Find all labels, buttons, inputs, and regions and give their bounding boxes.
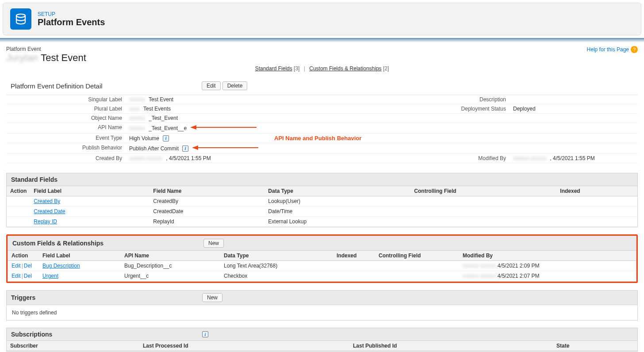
- field-label-link[interactable]: Created By: [34, 198, 60, 204]
- field-label-link[interactable]: Bug Description: [42, 263, 80, 269]
- api-name-value: _Test_Event__e: [149, 125, 187, 131]
- field-name-value: CreatedBy: [150, 196, 264, 207]
- field-label-link[interactable]: Replay ID: [34, 218, 57, 225]
- triggers-title: Triggers: [11, 294, 197, 301]
- col-last-published: Last Published Id: [349, 341, 553, 351]
- annotation-text: API Name and Publish Behavior: [274, 135, 361, 142]
- help-link[interactable]: Help for this Page ?: [587, 46, 638, 53]
- standard-fields-section: Standard Fields Action Field Label Field…: [6, 173, 638, 227]
- object-name-value: _Test_Event: [149, 115, 178, 121]
- page-title: Platform Events: [38, 17, 105, 27]
- data-type-value: Lookup(User): [264, 196, 410, 207]
- anchor-standard-count: [3]: [294, 65, 299, 72]
- singular-label-value: Test Event: [149, 96, 173, 103]
- col-modified-by: Modified By: [459, 251, 636, 261]
- new-custom-field-button[interactable]: New: [203, 239, 224, 248]
- data-type-value: Date/Time: [264, 207, 410, 217]
- deployment-status-value: Deployed: [510, 104, 638, 113]
- header-separator: [0, 38, 644, 42]
- col-subscriber: Subscriber: [7, 341, 139, 351]
- col-field-name: Field Name: [150, 186, 264, 196]
- table-row: Edit|DelBug DescriptionBug_Description__…: [8, 261, 636, 271]
- col-last-processed: Last Processed Id: [139, 341, 349, 351]
- field-name-value: CreatedDate: [150, 207, 264, 217]
- detail-section-title: Platform Event Definition Detail: [11, 82, 196, 90]
- info-icon[interactable]: i: [163, 135, 169, 142]
- triggers-empty-message: No triggers defined: [7, 305, 637, 320]
- new-trigger-button[interactable]: New: [202, 293, 222, 302]
- table-row: Replay IDReplayIdExternal Lookup: [7, 217, 637, 227]
- created-by-value: , 4/5/2021 1:55 PM: [166, 155, 211, 161]
- del-link[interactable]: Del: [24, 273, 32, 279]
- custom-fields-title: Custom Fields & Relationships: [12, 240, 198, 247]
- anchor-custom-fields[interactable]: Custom Fields & Relationships: [309, 65, 381, 72]
- setup-label: SETUP: [38, 11, 105, 17]
- created-by-field: Created By: [6, 154, 126, 163]
- data-type-value: Long Text Area(32768): [220, 261, 333, 271]
- modified-by-value: , 4/5/2021 1:55 PM: [550, 155, 594, 161]
- table-row: Edit|DelUrgentUrgent__cCheckboxxxxxxx xx…: [8, 271, 636, 281]
- section-anchors: Standard Fields [3] | Custom Fields & Re…: [6, 65, 638, 72]
- api-name-value: Urgent__c: [121, 271, 220, 281]
- event-type-field: Event Type: [6, 134, 126, 143]
- col-action: Action: [7, 186, 30, 196]
- plural-label-field: Plural Label: [6, 104, 126, 113]
- del-link[interactable]: Del: [24, 263, 32, 269]
- anchor-custom-count: [2]: [383, 65, 389, 72]
- publish-behavior-value: Publish After Commit: [129, 145, 179, 152]
- platform-events-icon: [10, 8, 31, 30]
- edit-link[interactable]: Edit: [12, 273, 21, 279]
- record-title-text: Test Event: [41, 52, 86, 64]
- record-type-label: Platform Event: [6, 46, 86, 52]
- description-value: [510, 95, 638, 104]
- svg-marker-2: [190, 125, 196, 130]
- annotation-arrow-icon: [190, 124, 257, 132]
- subscriptions-title: Subscriptions: [11, 331, 197, 338]
- custom-fields-section: Custom Fields & Relationships New Action…: [8, 236, 636, 282]
- plural-label-value: Test Events: [143, 106, 171, 112]
- col-controlling-field: Controlling Field: [375, 251, 459, 261]
- deployment-status-field: Deployment Status: [439, 104, 510, 113]
- standard-fields-title: Standard Fields: [11, 176, 197, 183]
- record-title: Jurytan Test Event: [6, 52, 86, 64]
- col-state: State: [553, 341, 637, 351]
- triggers-section: Triggers New No triggers defined: [6, 290, 638, 321]
- col-controlling-field: Controlling Field: [410, 186, 556, 196]
- field-label-link[interactable]: Created Date: [34, 208, 65, 214]
- record-title-blurred: Jurytan: [6, 52, 38, 64]
- col-field-label: Field Label: [39, 251, 121, 261]
- col-api-name: API Name: [121, 251, 220, 261]
- table-row: Created ByCreatedByLookup(User): [7, 196, 637, 207]
- edit-link[interactable]: Edit: [12, 263, 21, 269]
- svg-marker-4: [192, 145, 198, 150]
- anchor-standard-fields[interactable]: Standard Fields: [255, 65, 292, 72]
- description-field: Description: [439, 95, 510, 104]
- object-name-field: Object Name: [6, 114, 126, 122]
- api-name-value: Bug_Description__c: [121, 261, 220, 271]
- edit-button[interactable]: Edit: [202, 81, 221, 90]
- delete-button[interactable]: Delete: [222, 81, 248, 90]
- field-label-link[interactable]: Urgent: [42, 273, 58, 279]
- modified-by-value: 4/5/2021 2:09 PM: [498, 263, 540, 269]
- col-action: Action: [8, 251, 39, 261]
- info-icon[interactable]: i: [202, 331, 208, 337]
- event-type-value: High Volume: [129, 135, 159, 142]
- singular-label-field: Singular Label: [6, 95, 126, 104]
- modified-by-field: Modified By: [439, 154, 510, 163]
- help-link-text: Help for this Page: [587, 46, 629, 53]
- col-data-type: Data Type: [264, 186, 410, 196]
- field-name-value: ReplayId: [150, 217, 264, 227]
- api-name-field: API Name: [6, 123, 126, 133]
- setup-header: SETUP Platform Events: [3, 3, 641, 35]
- data-type-value: External Lookup: [264, 217, 410, 227]
- publish-behavior-field: Publish Behavior: [6, 143, 126, 153]
- svg-point-0: [16, 14, 25, 18]
- col-data-type: Data Type: [220, 251, 333, 261]
- help-icon: ?: [631, 46, 638, 53]
- col-indexed: Indexed: [333, 251, 375, 261]
- subscriptions-section: Subscriptions i Subscriber Last Processe…: [6, 328, 638, 352]
- data-type-value: Checkbox: [220, 271, 333, 281]
- table-row: Created DateCreatedDateDate/Time: [7, 207, 637, 217]
- info-icon[interactable]: i: [182, 145, 188, 152]
- modified-by-value: 4/5/2021 2:07 PM: [498, 273, 540, 279]
